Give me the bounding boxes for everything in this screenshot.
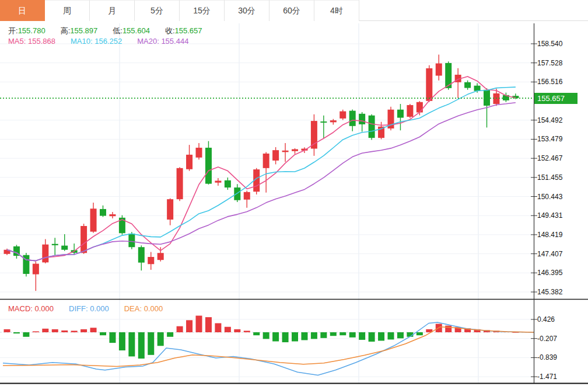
macd-bar	[100, 332, 106, 335]
macd-bar	[128, 332, 135, 356]
candle-body	[61, 246, 68, 250]
candle-body	[263, 154, 270, 168]
candle-body	[340, 112, 346, 119]
high-label: 高:	[61, 26, 71, 36]
macd-bar	[388, 332, 394, 339]
macd-value: 0.000	[35, 304, 54, 313]
candle-body	[292, 149, 298, 151]
ma10-label: MA10:	[71, 37, 93, 46]
ma10-value: 156.252	[94, 37, 122, 46]
candle-body	[109, 214, 116, 216]
y-axis-tick-label: 149.431	[537, 211, 562, 220]
candle-body	[138, 247, 145, 262]
candle-body	[359, 114, 365, 124]
y-axis-tick-label: 157.528	[537, 59, 562, 67]
macd-bar	[33, 331, 39, 332]
candle-body	[282, 151, 289, 152]
macd-bar	[119, 332, 125, 350]
y-axis-tick-label: 153.479	[537, 135, 562, 143]
y-axis-tick-label: 158.540	[537, 40, 562, 48]
macd-bar	[253, 332, 260, 335]
candle-body	[52, 244, 58, 245]
ohlc-readout: 开:155.780高:155.897低:155.604收:155.657	[8, 26, 202, 36]
low-label: 低:	[113, 26, 123, 36]
y-axis-tick-label: -0.207	[537, 335, 557, 343]
candle-body	[436, 64, 442, 76]
candle-body	[311, 121, 317, 148]
chart-canvas[interactable]	[0, 0, 588, 386]
candle-body	[272, 150, 279, 161]
candle-body	[493, 93, 499, 104]
macd-bar	[282, 332, 289, 342]
macd-bar	[90, 328, 97, 332]
y-axis-tick-label: 154.492	[537, 116, 562, 124]
candle-body	[167, 199, 173, 220]
macd-bar	[359, 332, 365, 340]
macd-bar	[13, 332, 20, 333]
macd-bar	[138, 332, 145, 359]
trading-chart-app: 日周月5分15分30分60分4时 开:155.780高:155.897低:155…	[0, 0, 588, 386]
candle-body	[369, 116, 375, 138]
y-axis-tick-label: -0.839	[537, 353, 557, 361]
low-value: 155.604	[123, 26, 150, 35]
candle-body	[397, 110, 404, 118]
y-axis-tick-label: 152.467	[537, 154, 562, 162]
macd-bar	[301, 332, 307, 340]
candle-body	[349, 111, 356, 126]
macd-bar	[186, 320, 192, 332]
candle-body	[215, 180, 221, 182]
y-axis-tick-label: 151.455	[537, 173, 562, 182]
macd-bar	[42, 329, 48, 332]
macd-bar	[272, 332, 279, 342]
diff-value: 0.000	[90, 304, 109, 313]
y-axis-tick-label: -1.471	[537, 373, 557, 381]
macd-bar	[167, 332, 173, 337]
candle-body	[80, 226, 87, 253]
macd-bar	[378, 332, 384, 340]
macd-bar	[196, 316, 202, 332]
candle-body	[416, 102, 423, 113]
macd-bar	[244, 331, 250, 332]
ma-readout: MA5: 155.868MA10: 156.252MA20: 155.444	[8, 37, 188, 46]
candle-body	[158, 253, 164, 260]
ma5-label: MA5:	[8, 37, 26, 46]
candle-body	[128, 234, 135, 247]
candle-body	[330, 120, 337, 122]
candle-body	[464, 82, 471, 88]
candle-body	[234, 187, 240, 200]
ma20-value: 155.444	[161, 37, 188, 46]
candle-body	[244, 192, 250, 200]
macd-bar	[23, 332, 29, 337]
y-axis-tick-label: 148.419	[537, 231, 562, 239]
macd-readout: MACD: 0.000DIFF: 0.000DEA: 0.000	[8, 304, 163, 313]
macd-bar	[349, 332, 356, 338]
macd-bar	[80, 329, 87, 332]
macd-bar	[445, 326, 452, 332]
y-axis-tick-label: 156.516	[537, 78, 562, 86]
macd-bar	[234, 329, 240, 332]
macd-bar	[61, 331, 68, 332]
macd-bar	[416, 332, 423, 335]
macd-bar	[225, 327, 231, 332]
close-label: 收:	[165, 26, 175, 36]
macd-bar	[71, 331, 78, 332]
open-label: 开:	[8, 26, 18, 36]
y-axis-tick-label: 145.382	[537, 288, 562, 296]
macd-bar	[263, 332, 270, 339]
macd-bar	[330, 332, 337, 336]
macd-bar	[397, 332, 404, 338]
macd-bar	[177, 326, 183, 332]
candle-body	[225, 180, 231, 187]
candle-body	[426, 68, 432, 101]
macd-bar	[4, 329, 10, 332]
high-value: 155.897	[70, 26, 97, 35]
candle-body	[42, 245, 48, 263]
macd-bar	[320, 332, 327, 338]
candle-body	[33, 264, 39, 274]
macd-bar	[311, 332, 317, 339]
ma5-value: 155.868	[28, 37, 55, 46]
macd-bar	[52, 329, 58, 332]
candle-body	[320, 121, 327, 123]
macd-bar	[340, 332, 346, 335]
macd-bar	[109, 332, 116, 343]
